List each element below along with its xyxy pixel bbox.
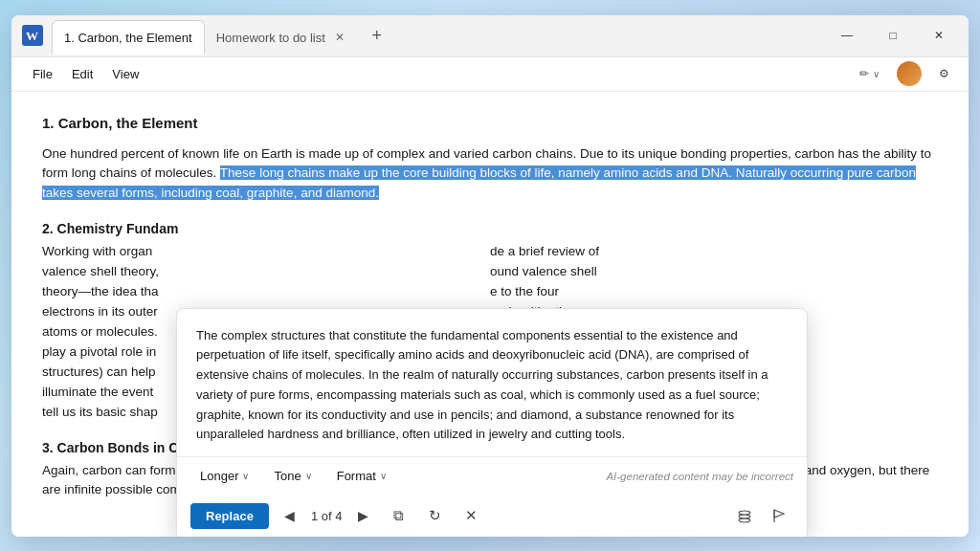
format-dropdown[interactable]: Format ∨: [327, 465, 396, 487]
flag-button[interactable]: [765, 502, 793, 529]
rewrite-popup: The complex structures that constitute t…: [176, 308, 808, 537]
menu-bar: File Edit View ✏ ∨ ⚙: [11, 57, 969, 92]
stack-button[interactable]: [730, 502, 759, 529]
tone-label: Tone: [274, 469, 301, 483]
user-avatar[interactable]: [897, 61, 922, 86]
popup-actions: Replace ◀ 1 of 4 ▶ ⧉ ↻ ✕: [177, 495, 807, 536]
menu-edit[interactable]: Edit: [62, 63, 102, 85]
refresh-button[interactable]: ↻: [420, 502, 449, 529]
tab-homework[interactable]: Homework to do list ✕: [205, 20, 360, 55]
doc-section2-title: 2. Chemistry Fundam: [42, 221, 938, 236]
longer-chevron-icon: ∨: [242, 471, 249, 481]
format-label: Format: [337, 469, 376, 483]
pen-dropdown-button[interactable]: ✏ ∨: [852, 63, 887, 84]
tone-dropdown[interactable]: Tone ∨: [264, 465, 321, 487]
ai-note: AI-generated content may be incorrect: [606, 471, 793, 482]
maximize-button[interactable]: □: [871, 20, 915, 51]
doc-main-title: 1. Carbon, the Element: [42, 115, 938, 131]
popup-right-actions: [730, 502, 793, 529]
longer-dropdown[interactable]: Longer ∨: [190, 465, 258, 487]
tab-active-carbon[interactable]: 1. Carbon, the Element: [52, 20, 205, 55]
popup-toolbar: Longer ∨ Tone ∨ Format ∨ AI-generated co…: [177, 456, 807, 495]
window-controls: — □ ✕: [825, 20, 961, 51]
prev-button[interactable]: ◀: [277, 502, 303, 529]
dismiss-button[interactable]: ✕: [457, 502, 485, 529]
menu-bar-right: ✏ ∨ ⚙: [852, 61, 957, 86]
page-count: 1 of 4: [311, 509, 343, 523]
popup-body-text: The complex structures that constitute t…: [177, 309, 807, 457]
close-button[interactable]: ✕: [917, 20, 961, 51]
pen-chevron-icon: ∨: [873, 69, 880, 79]
app-icon: W: [19, 22, 46, 49]
replace-button[interactable]: Replace: [190, 503, 269, 529]
next-button[interactable]: ▶: [349, 502, 376, 529]
tab-active-label: 1. Carbon, the Element: [64, 31, 192, 45]
settings-button[interactable]: ⚙: [931, 63, 957, 84]
tab-close-button[interactable]: ✕: [331, 29, 348, 46]
minimize-button[interactable]: —: [825, 20, 869, 51]
main-window: W 1. Carbon, the Element Homework to do …: [11, 15, 969, 537]
format-chevron-icon: ∨: [380, 471, 387, 481]
copy-button[interactable]: ⧉: [384, 502, 412, 529]
pen-icon: ✏: [859, 67, 869, 80]
svg-text:W: W: [26, 29, 38, 43]
longer-label: Longer: [200, 469, 238, 483]
menu-file[interactable]: File: [23, 63, 62, 85]
tone-chevron-icon: ∨: [305, 471, 312, 481]
menu-view[interactable]: View: [102, 63, 148, 85]
title-bar: W 1. Carbon, the Element Homework to do …: [11, 15, 969, 57]
doc-para2-left: Working with organ valence shell theory,…: [42, 244, 159, 418]
tab-inactive-label: Homework to do list: [216, 31, 325, 45]
content-area: 1. Carbon, the Element One hundred perce…: [11, 92, 969, 537]
doc-para1: One hundred percent of known life on Ear…: [42, 144, 938, 205]
tab-add-button[interactable]: +: [364, 22, 390, 49]
settings-icon: ⚙: [939, 67, 949, 80]
svg-point-4: [739, 511, 750, 515]
